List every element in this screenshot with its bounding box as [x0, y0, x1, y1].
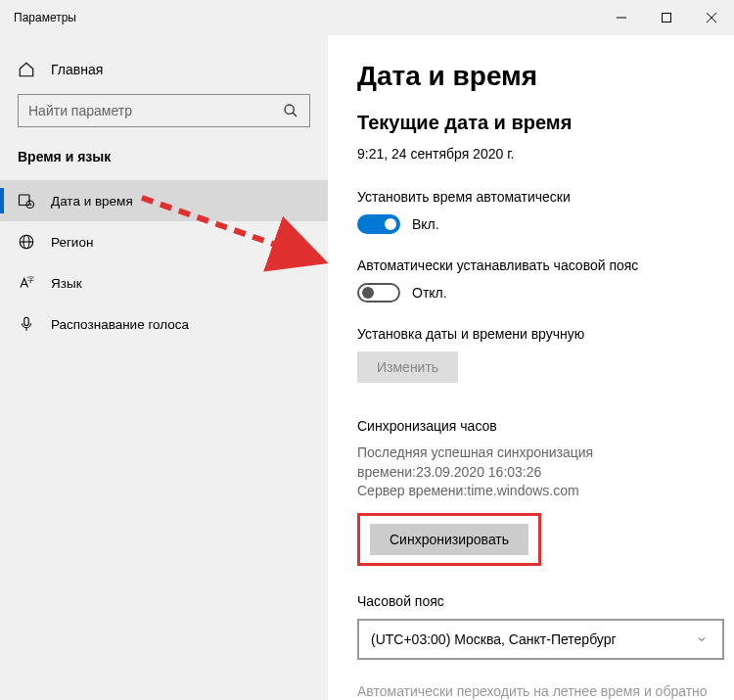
calendar-clock-icon	[18, 192, 35, 210]
sync-button-highlight: Синхронизировать	[357, 513, 541, 566]
titlebar: Параметры	[0, 0, 734, 35]
maximize-button[interactable]	[644, 0, 689, 35]
svg-line-9	[30, 205, 32, 206]
manual-datetime-label: Установка даты и времени вручную	[357, 326, 720, 342]
auto-tz-state: Откл.	[412, 285, 447, 301]
search-placeholder: Найти параметр	[28, 103, 132, 118]
sidebar-item-label: Распознавание голоса	[51, 317, 189, 332]
svg-rect-1	[663, 14, 671, 23]
sidebar-item-label: Язык	[51, 276, 82, 291]
change-button: Изменить	[357, 351, 458, 383]
sync-heading: Синхронизация часов	[357, 418, 720, 434]
home-link[interactable]: Главная	[0, 53, 328, 94]
svg-rect-14	[24, 317, 29, 325]
search-input[interactable]: Найти параметр	[18, 94, 310, 127]
sidebar-item-language[interactable]: 字 Язык	[0, 262, 328, 303]
window-title: Параметры	[14, 11, 76, 24]
sidebar-item-region[interactable]: Регион	[0, 221, 328, 262]
close-button[interactable]	[689, 0, 734, 35]
auto-tz-toggle[interactable]	[357, 283, 400, 303]
sidebar-section-title: Время и язык	[0, 149, 328, 180]
timezone-value: (UTC+03:00) Москва, Санкт-Петербург	[371, 631, 617, 647]
svg-line-5	[293, 113, 297, 117]
minimize-button[interactable]	[599, 0, 644, 35]
sidebar-item-speech[interactable]: Распознавание голоса	[0, 303, 328, 345]
sync-button[interactable]: Синхронизировать	[370, 524, 528, 555]
auto-time-state: Вкл.	[412, 216, 439, 232]
svg-point-4	[285, 105, 294, 114]
globe-icon	[18, 233, 35, 251]
svg-text:字: 字	[27, 276, 34, 283]
sidebar-nav: Дата и время Регион 字 Язык Распознавание…	[0, 180, 328, 345]
current-datetime-heading: Текущие дата и время	[357, 112, 720, 134]
language-icon: 字	[18, 274, 35, 292]
sidebar-item-label: Дата и время	[51, 194, 133, 209]
home-label: Главная	[51, 62, 103, 77]
sidebar: Главная Найти параметр Время и язык Дата…	[0, 35, 328, 700]
window-controls	[599, 0, 734, 35]
auto-tz-label: Автоматически устанавливать часовой пояс	[357, 257, 720, 273]
home-icon	[18, 61, 35, 78]
auto-time-label: Установить время автоматически	[357, 189, 720, 205]
sidebar-item-label: Регион	[51, 235, 93, 250]
current-datetime-value: 9:21, 24 сентября 2020 г.	[357, 146, 720, 162]
sync-info: Последняя успешная синхронизация времени…	[357, 443, 720, 501]
dst-label: Автоматически переходить на летнее время…	[357, 683, 720, 699]
sidebar-item-datetime[interactable]: Дата и время	[0, 180, 328, 221]
main-content: Дата и время Текущие дата и время 9:21, …	[328, 35, 734, 700]
chevron-down-icon	[693, 630, 711, 648]
timezone-select[interactable]: (UTC+03:00) Москва, Санкт-Петербург	[357, 619, 724, 660]
timezone-heading: Часовой пояс	[357, 593, 720, 609]
svg-rect-6	[20, 195, 30, 206]
page-title: Дата и время	[357, 61, 720, 92]
microphone-icon	[18, 315, 35, 333]
auto-time-toggle[interactable]	[357, 214, 400, 234]
search-icon	[282, 102, 299, 119]
